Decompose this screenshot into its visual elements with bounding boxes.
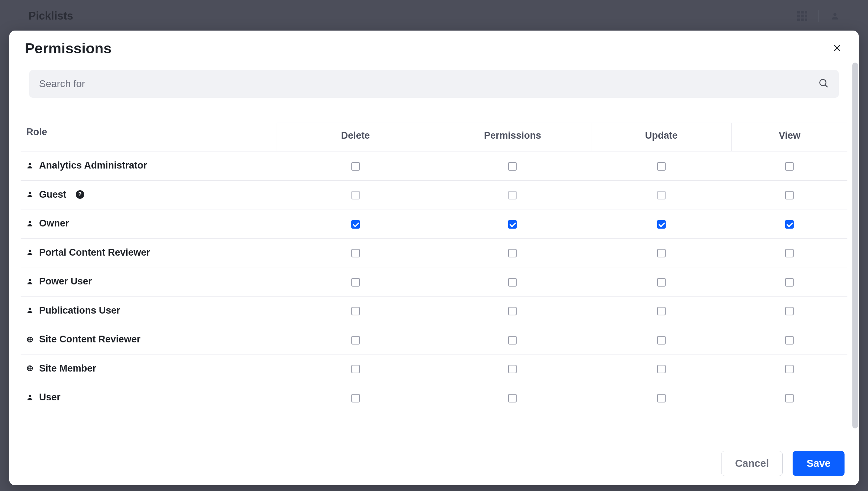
cell-delete — [277, 267, 434, 297]
checkbox-update[interactable] — [657, 307, 666, 315]
svg-point-6 — [29, 279, 31, 281]
checkbox-update[interactable] — [657, 336, 666, 345]
close-button[interactable] — [829, 40, 845, 57]
user-icon — [26, 220, 33, 227]
checkbox-view[interactable] — [785, 249, 794, 257]
user-icon — [26, 278, 33, 285]
role-cell: User — [21, 383, 277, 412]
col-role: Role — [21, 123, 277, 151]
role-cell: Analytics Administrator — [21, 151, 277, 181]
checkbox-permissions[interactable] — [508, 278, 517, 287]
cell-view — [732, 267, 848, 297]
cell-view — [732, 354, 848, 383]
table-row: Publications User — [21, 296, 847, 325]
cell-permissions — [434, 180, 591, 209]
role-cell: Portal Content Reviewer — [21, 238, 277, 267]
role-name: User — [39, 392, 60, 403]
checkbox-update[interactable] — [657, 162, 666, 171]
col-update[interactable]: Update — [591, 123, 731, 151]
cell-delete — [277, 151, 434, 181]
col-delete[interactable]: Delete — [277, 123, 434, 151]
col-view[interactable]: View — [732, 123, 848, 151]
checkbox-update[interactable] — [657, 249, 666, 257]
cell-update — [591, 238, 731, 267]
checkbox-permissions[interactable] — [508, 307, 517, 315]
modal-title: Permissions — [25, 40, 112, 57]
checkbox-update[interactable] — [657, 278, 666, 287]
checkbox-view[interactable] — [785, 191, 794, 199]
modal-footer: Cancel Save — [9, 443, 859, 485]
permissions-table: Role Delete Permissions Update View Anal… — [21, 123, 847, 412]
checkbox-update[interactable] — [657, 220, 666, 229]
cancel-button[interactable]: Cancel — [721, 451, 783, 476]
search-input[interactable] — [39, 78, 818, 90]
checkbox-view[interactable] — [785, 220, 794, 229]
cell-permissions — [434, 354, 591, 383]
cell-update — [591, 354, 731, 383]
checkbox-update[interactable] — [657, 394, 666, 402]
role-cell: Publications User — [21, 296, 277, 325]
table-row: Portal Content Reviewer — [21, 238, 847, 267]
checkbox-permissions[interactable] — [508, 336, 517, 345]
info-icon[interactable]: ? — [76, 190, 84, 199]
cell-delete — [277, 238, 434, 267]
scrollbar[interactable] — [852, 63, 858, 428]
cell-view — [732, 296, 848, 325]
cell-delete — [277, 354, 434, 383]
role-name: Power User — [39, 276, 92, 287]
checkbox-update[interactable] — [657, 365, 666, 373]
checkbox-permissions[interactable] — [508, 162, 517, 171]
checkbox-delete[interactable] — [351, 394, 360, 402]
svg-point-5 — [29, 250, 31, 252]
table-row: User — [21, 383, 847, 412]
role-name: Site Member — [39, 363, 96, 374]
cell-permissions — [434, 238, 591, 267]
checkbox-view[interactable] — [785, 162, 794, 171]
cell-update — [591, 383, 731, 412]
cell-delete — [277, 296, 434, 325]
role-name: Site Content Reviewer — [39, 334, 140, 345]
checkbox-view[interactable] — [785, 336, 794, 345]
checkbox-permissions[interactable] — [508, 220, 517, 229]
svg-point-1 — [820, 79, 826, 86]
checkbox-update — [657, 191, 666, 199]
checkbox-delete[interactable] — [351, 365, 360, 373]
col-permissions[interactable]: Permissions — [434, 123, 591, 151]
table-row: Site Content Reviewer — [21, 325, 847, 354]
modal-body: Role Delete Permissions Update View Anal… — [9, 60, 859, 443]
checkbox-view[interactable] — [785, 365, 794, 373]
permissions-modal: Permissions Role Delete Permissions Upda… — [9, 31, 859, 485]
cell-delete — [277, 383, 434, 412]
cell-view — [732, 238, 848, 267]
table-row: Owner — [21, 209, 847, 239]
checkbox-permissions[interactable] — [508, 365, 517, 373]
checkbox-permissions[interactable] — [508, 394, 517, 402]
checkbox-permissions[interactable] — [508, 249, 517, 257]
role-name: Owner — [39, 218, 69, 229]
cell-update — [591, 180, 731, 209]
checkbox-delete[interactable] — [351, 336, 360, 345]
checkbox-delete[interactable] — [351, 307, 360, 315]
cell-permissions — [434, 209, 591, 239]
table-row: Site Member — [21, 354, 847, 383]
cell-view — [732, 325, 848, 354]
globe-icon — [26, 336, 33, 343]
role-cell: Power User — [21, 267, 277, 297]
svg-point-2 — [29, 163, 31, 165]
checkbox-delete[interactable] — [351, 162, 360, 171]
checkbox-view[interactable] — [785, 394, 794, 402]
close-icon — [832, 43, 842, 53]
role-name: Portal Content Reviewer — [39, 247, 150, 258]
checkbox-view[interactable] — [785, 307, 794, 315]
search-icon[interactable] — [818, 78, 829, 90]
save-button[interactable]: Save — [793, 451, 845, 476]
checkbox-delete[interactable] — [351, 220, 360, 229]
table-row: Power User — [21, 267, 847, 297]
checkbox-permissions — [508, 191, 517, 199]
checkbox-delete[interactable] — [351, 278, 360, 287]
checkbox-delete — [351, 191, 360, 199]
user-icon — [26, 307, 33, 314]
checkbox-delete[interactable] — [351, 249, 360, 257]
globe-icon — [26, 365, 33, 372]
checkbox-view[interactable] — [785, 278, 794, 287]
